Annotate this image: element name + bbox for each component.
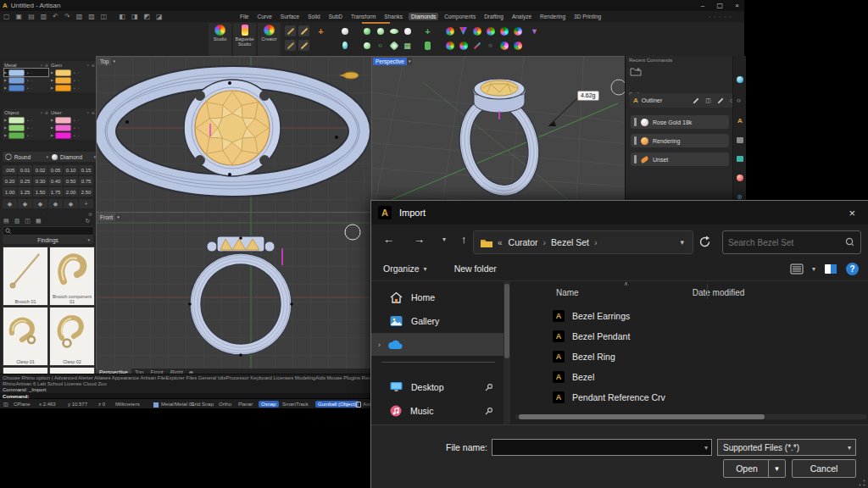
gem-layer-3[interactable] (51, 84, 95, 92)
rainbow-tool-6-icon[interactable] (512, 25, 523, 36)
sidebar-item-music[interactable]: Music (371, 399, 505, 422)
size-200[interactable]: 2.00 (64, 187, 78, 197)
maximize-icon[interactable] (717, 2, 724, 9)
copy-icon[interactable] (88, 13, 95, 20)
bowtie-tool-icon[interactable] (529, 25, 540, 36)
finding-cufflink-01[interactable]: Cuff link 01 (49, 367, 95, 374)
size-002[interactable]: 0.02 (33, 165, 47, 175)
rainbow-tool-2-icon[interactable] (458, 25, 469, 36)
rainbow-tool-5-icon[interactable] (498, 25, 509, 36)
file-name-dropdown-icon[interactable] (704, 444, 708, 452)
pan-icon[interactable] (119, 13, 125, 20)
options-icon[interactable] (730, 14, 732, 19)
toggle-gumball[interactable]: Gumball (Object) (315, 401, 359, 408)
expand-icon[interactable] (378, 341, 381, 349)
toggle-grid-snap[interactable]: Grid Snap (191, 401, 214, 408)
outliner-row-rendering[interactable]: Rendering (631, 134, 729, 147)
menu-transform[interactable]: Transform (348, 13, 378, 20)
prong2-tool-icon[interactable] (298, 25, 309, 36)
gem-gear-icon[interactable] (92, 63, 95, 68)
size-100[interactable]: 1.00 (3, 187, 17, 197)
menu-subd[interactable]: SubD (326, 13, 345, 20)
outliner-row-rose-gold[interactable]: Rose Gold 18k (631, 115, 729, 129)
toggle-ortho[interactable]: Ortho (219, 401, 231, 408)
column-divider[interactable] (707, 284, 708, 299)
findings-header-dropdown[interactable]: Findings (3, 236, 93, 244)
zoom-tool-icon[interactable] (131, 13, 138, 20)
user-gear-icon[interactable] (92, 110, 95, 115)
perspective-viewport-label[interactable]: Perspective (373, 58, 412, 65)
outliner-rename-icon[interactable] (717, 97, 723, 103)
back-icon[interactable] (383, 233, 394, 246)
gem-layer-1[interactable] (51, 69, 95, 76)
size-030[interactable]: 0.30 (33, 176, 47, 186)
size-125[interactable]: 1.25 (18, 187, 32, 197)
menu-shanks[interactable]: Shanks (381, 13, 405, 20)
gem-ball-icon[interactable] (375, 25, 386, 36)
perspective-viewport[interactable]: 4.62g Perspective (371, 56, 626, 214)
size-175[interactable]: 1.75 (48, 187, 63, 197)
size-010[interactable]: 0.10 (64, 165, 78, 175)
print-icon[interactable] (76, 13, 83, 20)
gem-style-1-icon[interactable] (3, 199, 17, 208)
status-cplane[interactable]: CPlane (14, 401, 31, 408)
size-150[interactable]: 1.50 (33, 187, 47, 197)
rainbow-tool-3-icon[interactable] (471, 25, 482, 36)
front-vp-menu-icon[interactable] (115, 214, 121, 221)
collapsed-path-icon[interactable] (498, 238, 503, 247)
gem-style-4-icon[interactable] (48, 199, 63, 208)
info-icon[interactable] (714, 14, 715, 19)
sidebar-item-desktop[interactable]: Desktop (371, 375, 505, 398)
close-icon[interactable] (735, 2, 739, 9)
tab-artisan-icon[interactable] (737, 117, 743, 125)
up-icon[interactable] (461, 233, 467, 246)
tab-material-icon[interactable] (737, 76, 743, 83)
active-layer-swatch[interactable] (153, 402, 159, 408)
user-lock-icon[interactable] (87, 110, 89, 115)
toggle-osnap[interactable]: Osnap (259, 401, 279, 408)
gem-ring-icon[interactable] (375, 40, 386, 51)
menu-file[interactable]: File (237, 13, 251, 20)
menu-3dprinting[interactable]: 3D Printing (571, 13, 604, 20)
studio-button[interactable]: Studio (209, 23, 231, 56)
menu-rendering[interactable]: Rendering (537, 13, 568, 20)
column-date-modified[interactable]: Date modified (693, 288, 745, 297)
watch-tool-icon[interactable] (422, 40, 433, 51)
gem-layer-2[interactable] (51, 76, 95, 84)
drag-handle[interactable] (634, 155, 637, 164)
search-box[interactable] (722, 230, 861, 254)
account-icon[interactable] (719, 14, 721, 19)
display-mode-icon[interactable] (3, 401, 8, 408)
refresh-icon[interactable] (698, 236, 711, 248)
gem-style-5-icon[interactable] (64, 199, 78, 208)
rainbow-tool-4-icon[interactable] (485, 25, 496, 36)
top-viewport-label[interactable]: Top (97, 58, 117, 65)
metal-layer-3[interactable] (4, 84, 48, 92)
breadcrumb-root[interactable]: Curator (509, 237, 538, 247)
menu-solid[interactable]: Solid (305, 13, 322, 20)
size-075[interactable]: 0.75 (79, 176, 93, 186)
object-layer-3[interactable] (4, 131, 48, 139)
front-viewport-label[interactable]: Front (97, 214, 121, 221)
open-split-dropdown[interactable] (768, 459, 786, 478)
forward-icon[interactable] (414, 233, 425, 246)
rainbow-tool-10-icon[interactable] (512, 40, 523, 51)
object-gear-icon[interactable] (45, 110, 48, 115)
sidebar-item-onedrive[interactable] (371, 333, 505, 356)
menu-curve[interactable]: Curve (254, 13, 274, 20)
file-row-bezel-pendant[interactable]: Bezel Pendant (514, 326, 853, 347)
gem-style-2-icon[interactable] (18, 199, 32, 208)
recent-command-folder-icon[interactable] (630, 66, 642, 76)
settings-tool-icon[interactable] (156, 13, 163, 20)
file-name-combo[interactable] (492, 439, 712, 456)
redo-icon[interactable] (64, 13, 70, 20)
size-025[interactable]: 0.25 (18, 176, 32, 186)
metal-layer-1[interactable] (4, 69, 48, 76)
tab-red-icon[interactable] (737, 175, 743, 181)
cross-gem-icon[interactable] (422, 25, 433, 36)
help-icon[interactable] (724, 14, 726, 19)
refresh-library-icon[interactable] (86, 218, 91, 225)
file-row-bezel[interactable]: Bezel (514, 367, 853, 387)
rainbow-tool-1-icon[interactable] (444, 25, 455, 36)
rainbow-tool-9-icon[interactable] (498, 40, 509, 51)
